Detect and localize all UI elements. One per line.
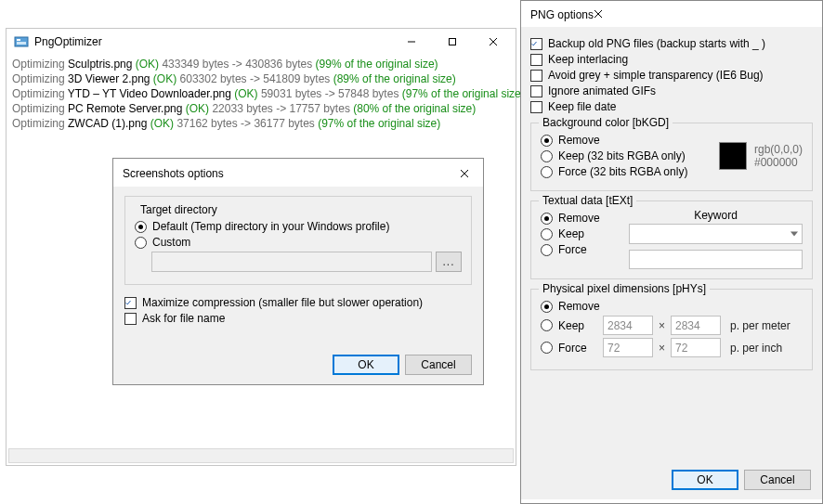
- check-maximize-compression[interactable]: [124, 297, 137, 309]
- radio-phys-force[interactable]: [541, 342, 553, 354]
- group-title: Background color [bKGD]: [539, 116, 673, 129]
- radio-custom-directory[interactable]: [135, 237, 147, 249]
- log-line: Optimizing PC Remote Server.png (OK) 220…: [12, 101, 510, 116]
- check-ignore-gifs-label: Ignore animated GIFs: [548, 84, 656, 97]
- color-hex-label: #000000: [754, 156, 803, 169]
- app-icon: [14, 34, 29, 49]
- phys-force-unit: p. per inch: [730, 342, 782, 355]
- keyword-combo[interactable]: [629, 224, 803, 244]
- dialog-title: PNG options: [530, 8, 594, 21]
- svg-rect-1: [17, 39, 20, 41]
- radio-bkgd-remove[interactable]: [541, 135, 553, 147]
- phys-force-y-input[interactable]: 72: [671, 338, 721, 357]
- phys-keep-unit: p. per meter: [730, 319, 790, 332]
- radio-bkgd-keep[interactable]: [541, 150, 553, 162]
- check-avoid-grey[interactable]: [530, 70, 542, 82]
- phys-force-x-input[interactable]: 72: [603, 338, 653, 357]
- png-options-dialog: PNG options Backup old PNG files (backup…: [520, 0, 823, 504]
- radio-bkgd-keep-label: Keep (32 bits RGBA only): [558, 149, 686, 162]
- radio-text-keep[interactable]: [541, 228, 553, 240]
- horizontal-scrollbar[interactable]: [8, 448, 514, 463]
- phys-keep-x-input[interactable]: 2834: [603, 316, 653, 335]
- multiply-icon: ×: [659, 319, 665, 332]
- check-keep-interlacing-label: Keep interlacing: [548, 53, 628, 66]
- svg-rect-2: [17, 42, 26, 45]
- phys-keep-y-input[interactable]: 2834: [671, 316, 721, 335]
- radio-phys-keep-label: Keep: [558, 319, 603, 332]
- check-backup-label: Backup old PNG files (backup starts with…: [548, 37, 765, 50]
- log-line: Optimizing ZWCAD (1).png (OK) 37162 byte…: [12, 116, 510, 131]
- multiply-icon: ×: [659, 342, 665, 355]
- color-swatch[interactable]: [719, 142, 747, 170]
- check-keep-interlacing[interactable]: [530, 54, 542, 66]
- cancel-button[interactable]: Cancel: [405, 355, 472, 375]
- close-icon[interactable]: [453, 164, 476, 183]
- radio-bkgd-remove-label: Remove: [558, 134, 600, 147]
- close-button[interactable]: [473, 30, 514, 54]
- chevron-down-icon: [790, 232, 798, 237]
- radio-bkgd-force[interactable]: [541, 166, 553, 178]
- radio-default-label: Default (Temp directory in your Windows …: [152, 220, 389, 233]
- physical-dimensions-group: Physical pixel dimensions [pHYs] Remove …: [530, 289, 813, 370]
- radio-text-force[interactable]: [541, 244, 553, 256]
- group-title: Textual data [tEXt]: [539, 194, 636, 207]
- radio-bkgd-force-label: Force (32 bits RGBA only): [558, 165, 687, 178]
- radio-custom-label: Custom: [152, 236, 190, 249]
- group-title: Target directory: [137, 203, 221, 216]
- radio-text-remove[interactable]: [541, 213, 553, 225]
- svg-rect-4: [450, 39, 456, 45]
- radio-text-keep-label: Keep: [558, 227, 584, 240]
- radio-phys-keep[interactable]: [541, 319, 553, 331]
- log-area: Optimizing Sculptris.png (OK) 433349 byt…: [7, 55, 516, 133]
- target-directory-group: Target directory Default (Temp directory…: [124, 196, 472, 285]
- maximize-button[interactable]: [432, 30, 473, 54]
- check-ignore-gifs[interactable]: [530, 85, 542, 97]
- window-title: PngOptimizer: [34, 35, 391, 48]
- keyword-header: Keyword: [629, 209, 803, 222]
- check-ask-filename-label: Ask for file name: [142, 312, 225, 325]
- dialog-title: Screenshots options: [123, 167, 453, 180]
- check-keep-file-date-label: Keep file date: [548, 100, 616, 113]
- background-color-group: Background color [bKGD] Remove Keep (32 …: [530, 123, 813, 191]
- check-backup-old-png[interactable]: [530, 38, 542, 50]
- check-keep-file-date[interactable]: [530, 101, 542, 113]
- log-line: Optimizing YTD – YT Video Downloader.png…: [12, 86, 510, 101]
- screenshots-options-dialog: Screenshots options Target directory Def…: [112, 158, 484, 385]
- group-title: Physical pixel dimensions [pHYs]: [539, 282, 710, 295]
- radio-text-remove-label: Remove: [558, 212, 600, 225]
- radio-phys-remove-label: Remove: [558, 300, 600, 313]
- textual-data-group: Textual data [tEXt] Remove Keep Force Ke…: [530, 200, 813, 279]
- minimize-button[interactable]: [391, 30, 432, 54]
- radio-phys-remove[interactable]: [541, 301, 553, 313]
- browse-button[interactable]: ...: [436, 252, 462, 272]
- radio-default-directory[interactable]: [135, 221, 147, 233]
- check-ask-filename[interactable]: [124, 313, 137, 325]
- check-maximize-label: Maximize compression (smaller file but s…: [142, 296, 423, 309]
- text-value-input[interactable]: [629, 250, 803, 269]
- titlebar[interactable]: PngOptimizer: [7, 29, 516, 55]
- custom-directory-input[interactable]: [151, 252, 432, 272]
- color-rgb-label: rgb(0,0,0): [754, 143, 803, 156]
- close-icon[interactable]: [594, 8, 603, 21]
- cancel-button[interactable]: Cancel: [744, 470, 811, 490]
- log-line: Optimizing 3D Viewer 2.png (OK) 603302 b…: [12, 71, 510, 86]
- ok-button[interactable]: OK: [672, 470, 738, 490]
- radio-text-force-label: Force: [558, 243, 587, 256]
- check-avoid-grey-label: Avoid grey + simple transparency (IE6 Bu…: [548, 69, 764, 82]
- log-line: Optimizing Sculptris.png (OK) 433349 byt…: [12, 57, 510, 71]
- ok-button[interactable]: OK: [333, 355, 399, 375]
- radio-phys-force-label: Force: [558, 342, 603, 355]
